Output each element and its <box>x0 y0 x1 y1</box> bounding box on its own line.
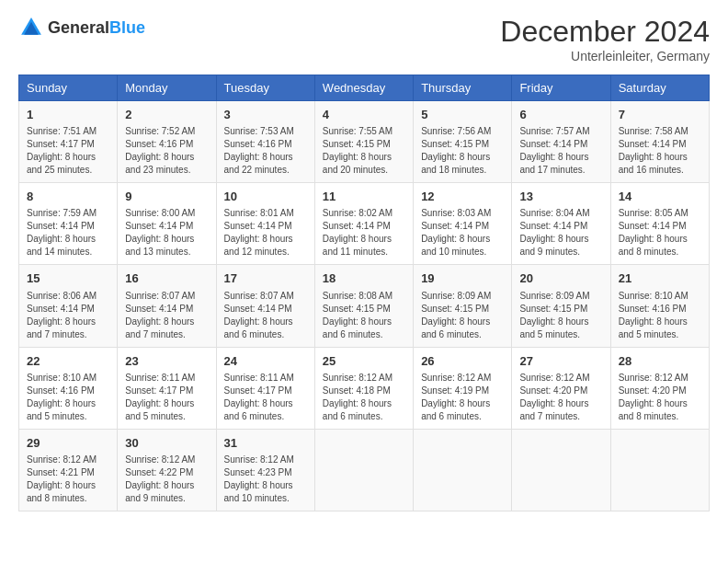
day-number: 20 <box>519 270 602 287</box>
day-info: Sunrise: 8:06 AMSunset: 4:14 PMDaylight:… <box>27 290 109 341</box>
calendar-day-cell: 7Sunrise: 7:58 AMSunset: 4:14 PMDaylight… <box>610 101 709 183</box>
day-number: 29 <box>27 435 109 452</box>
day-number: 21 <box>619 270 701 287</box>
month-title: December 2024 <box>500 15 710 49</box>
calendar-table: SundayMondayTuesdayWednesdayThursdayFrid… <box>18 75 710 511</box>
day-info: Sunrise: 8:01 AMSunset: 4:14 PMDaylight:… <box>224 207 307 259</box>
calendar-day-cell: 3Sunrise: 7:53 AMSunset: 4:16 PMDaylight… <box>216 101 314 183</box>
weekday-header: Wednesday <box>314 75 413 101</box>
day-info: Sunrise: 7:51 AMSunset: 4:17 PMDaylight:… <box>27 125 109 177</box>
day-info: Sunrise: 8:12 AMSunset: 4:20 PMDaylight:… <box>619 372 701 423</box>
day-info: Sunrise: 8:12 AMSunset: 4:23 PMDaylight:… <box>224 454 307 505</box>
day-number: 2 <box>125 107 208 123</box>
page-header: GeneralBlue December 2024 Unterleinleite… <box>18 15 710 63</box>
location-subtitle: Unterleinleiter, Germany <box>500 49 710 63</box>
day-info: Sunrise: 8:04 AMSunset: 4:14 PMDaylight:… <box>519 207 602 259</box>
day-number: 6 <box>519 107 602 123</box>
calendar-day-cell: 6Sunrise: 7:57 AMSunset: 4:14 PMDaylight… <box>512 101 610 183</box>
calendar-week-row: 8Sunrise: 7:59 AMSunset: 4:14 PMDaylight… <box>19 183 710 265</box>
day-info: Sunrise: 7:56 AMSunset: 4:15 PMDaylight:… <box>421 125 504 177</box>
day-info: Sunrise: 8:10 AMSunset: 4:16 PMDaylight:… <box>619 290 701 341</box>
calendar-day-cell: 2Sunrise: 7:52 AMSunset: 4:16 PMDaylight… <box>118 101 216 183</box>
day-number: 27 <box>519 353 602 370</box>
weekday-header: Saturday <box>610 75 709 101</box>
day-number: 3 <box>224 107 307 123</box>
day-info: Sunrise: 8:07 AMSunset: 4:14 PMDaylight:… <box>125 290 208 341</box>
title-block: December 2024 Unterleinleiter, Germany <box>500 15 710 63</box>
calendar-day-cell: 16Sunrise: 8:07 AMSunset: 4:14 PMDayligh… <box>118 265 216 347</box>
day-number: 8 <box>27 189 109 205</box>
calendar-day-cell: 1Sunrise: 7:51 AMSunset: 4:17 PMDaylight… <box>19 101 118 183</box>
day-info: Sunrise: 7:57 AMSunset: 4:14 PMDaylight:… <box>519 125 602 177</box>
day-number: 19 <box>421 270 504 287</box>
calendar-day-cell: 17Sunrise: 8:07 AMSunset: 4:14 PMDayligh… <box>216 265 314 347</box>
day-number: 23 <box>125 353 208 370</box>
day-number: 1 <box>27 107 109 123</box>
day-info: Sunrise: 8:05 AMSunset: 4:14 PMDaylight:… <box>619 207 701 259</box>
calendar-day-cell: 10Sunrise: 8:01 AMSunset: 4:14 PMDayligh… <box>216 183 314 265</box>
day-info: Sunrise: 7:53 AMSunset: 4:16 PMDaylight:… <box>224 125 307 177</box>
day-info: Sunrise: 8:12 AMSunset: 4:18 PMDaylight:… <box>323 372 405 423</box>
calendar-day-cell: 11Sunrise: 8:02 AMSunset: 4:14 PMDayligh… <box>314 183 413 265</box>
calendar-day-cell <box>314 429 413 511</box>
day-info: Sunrise: 8:02 AMSunset: 4:14 PMDaylight:… <box>323 207 405 259</box>
calendar-day-cell: 20Sunrise: 8:09 AMSunset: 4:15 PMDayligh… <box>512 265 610 347</box>
day-number: 30 <box>125 435 208 452</box>
day-info: Sunrise: 8:12 AMSunset: 4:21 PMDaylight:… <box>27 454 109 505</box>
calendar-day-cell: 12Sunrise: 8:03 AMSunset: 4:14 PMDayligh… <box>414 183 512 265</box>
day-info: Sunrise: 7:59 AMSunset: 4:14 PMDaylight:… <box>27 207 109 259</box>
logo-blue: Blue <box>109 18 145 37</box>
day-info: Sunrise: 7:58 AMSunset: 4:14 PMDaylight:… <box>619 125 701 177</box>
day-number: 7 <box>619 107 701 123</box>
weekday-header: Tuesday <box>216 75 314 101</box>
calendar-day-cell: 26Sunrise: 8:12 AMSunset: 4:19 PMDayligh… <box>414 347 512 429</box>
logo-text: GeneralBlue <box>48 18 145 38</box>
weekday-header: Sunday <box>19 75 118 101</box>
day-number: 5 <box>421 107 504 123</box>
calendar-day-cell <box>512 429 610 511</box>
day-number: 9 <box>125 189 208 205</box>
day-number: 16 <box>125 270 208 287</box>
day-info: Sunrise: 8:00 AMSunset: 4:14 PMDaylight:… <box>125 207 208 259</box>
calendar-week-row: 15Sunrise: 8:06 AMSunset: 4:14 PMDayligh… <box>19 265 710 347</box>
day-number: 25 <box>323 353 405 370</box>
day-info: Sunrise: 8:11 AMSunset: 4:17 PMDaylight:… <box>125 372 208 423</box>
calendar-day-cell: 21Sunrise: 8:10 AMSunset: 4:16 PMDayligh… <box>610 265 709 347</box>
calendar-day-cell: 27Sunrise: 8:12 AMSunset: 4:20 PMDayligh… <box>512 347 610 429</box>
calendar-day-cell: 24Sunrise: 8:11 AMSunset: 4:17 PMDayligh… <box>216 347 314 429</box>
calendar-day-cell: 8Sunrise: 7:59 AMSunset: 4:14 PMDaylight… <box>19 183 118 265</box>
calendar-day-cell <box>610 429 709 511</box>
day-info: Sunrise: 8:09 AMSunset: 4:15 PMDaylight:… <box>519 290 602 341</box>
calendar-day-cell <box>414 429 512 511</box>
calendar-day-cell: 4Sunrise: 7:55 AMSunset: 4:15 PMDaylight… <box>314 101 413 183</box>
calendar-day-cell: 28Sunrise: 8:12 AMSunset: 4:20 PMDayligh… <box>610 347 709 429</box>
weekday-header: Thursday <box>414 75 512 101</box>
day-info: Sunrise: 8:03 AMSunset: 4:14 PMDaylight:… <box>421 207 504 259</box>
calendar-week-row: 22Sunrise: 8:10 AMSunset: 4:16 PMDayligh… <box>19 347 710 429</box>
day-number: 13 <box>519 189 602 205</box>
weekday-header: Monday <box>118 75 216 101</box>
day-number: 15 <box>27 270 109 287</box>
calendar-day-cell: 22Sunrise: 8:10 AMSunset: 4:16 PMDayligh… <box>19 347 118 429</box>
day-number: 17 <box>224 270 307 287</box>
day-number: 22 <box>27 353 109 370</box>
calendar-day-cell: 9Sunrise: 8:00 AMSunset: 4:14 PMDaylight… <box>118 183 216 265</box>
day-info: Sunrise: 8:12 AMSunset: 4:20 PMDaylight:… <box>519 372 602 423</box>
day-number: 4 <box>323 107 405 123</box>
calendar-week-row: 1Sunrise: 7:51 AMSunset: 4:17 PMDaylight… <box>19 101 710 183</box>
day-info: Sunrise: 8:08 AMSunset: 4:15 PMDaylight:… <box>323 290 405 341</box>
calendar-day-cell: 14Sunrise: 8:05 AMSunset: 4:14 PMDayligh… <box>610 183 709 265</box>
calendar-day-cell: 19Sunrise: 8:09 AMSunset: 4:15 PMDayligh… <box>414 265 512 347</box>
calendar-day-cell: 15Sunrise: 8:06 AMSunset: 4:14 PMDayligh… <box>19 265 118 347</box>
day-info: Sunrise: 8:12 AMSunset: 4:19 PMDaylight:… <box>421 372 504 423</box>
day-info: Sunrise: 8:10 AMSunset: 4:16 PMDaylight:… <box>27 372 109 423</box>
day-number: 24 <box>224 353 307 370</box>
logo-general: General <box>48 18 109 37</box>
calendar-day-cell: 5Sunrise: 7:56 AMSunset: 4:15 PMDaylight… <box>414 101 512 183</box>
calendar-day-cell: 31Sunrise: 8:12 AMSunset: 4:23 PMDayligh… <box>216 429 314 511</box>
calendar-day-cell: 13Sunrise: 8:04 AMSunset: 4:14 PMDayligh… <box>512 183 610 265</box>
calendar-day-cell: 23Sunrise: 8:11 AMSunset: 4:17 PMDayligh… <box>118 347 216 429</box>
day-info: Sunrise: 7:55 AMSunset: 4:15 PMDaylight:… <box>323 125 405 177</box>
day-number: 14 <box>619 189 701 205</box>
calendar-day-cell: 18Sunrise: 8:08 AMSunset: 4:15 PMDayligh… <box>314 265 413 347</box>
